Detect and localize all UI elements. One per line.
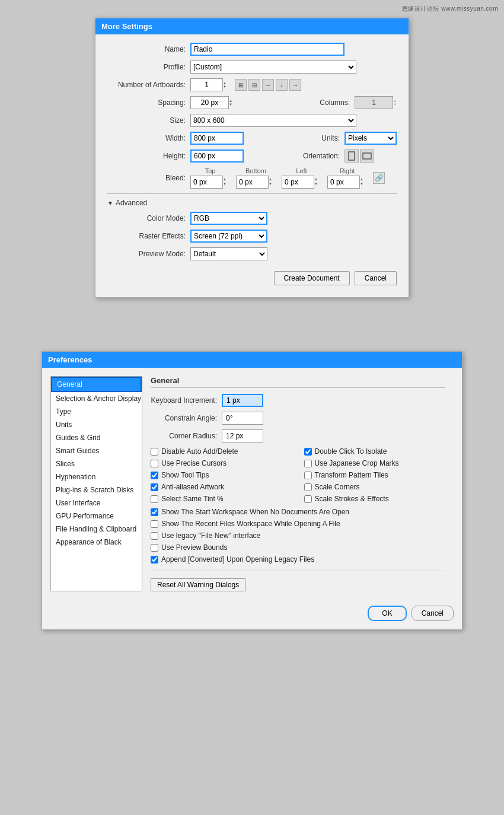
orientation-portrait-btn[interactable] xyxy=(344,149,359,163)
ok-button[interactable]: OK xyxy=(368,606,406,621)
scale-corners-checkbox[interactable] xyxy=(304,483,312,491)
sidebar-item-type[interactable]: Type xyxy=(51,405,142,418)
corner-radius-label: Corner Radius: xyxy=(151,432,222,440)
use-precise-cursors-checkbox[interactable] xyxy=(151,460,158,467)
artboard-grid-icon[interactable]: ⊞ xyxy=(235,79,247,91)
size-select[interactable]: 800 x 600 1920 x 1080 xyxy=(190,114,356,127)
sidebar-item-slices[interactable]: Slices xyxy=(51,457,142,470)
orientation-landscape-btn[interactable] xyxy=(360,149,374,163)
bleed-right-input[interactable] xyxy=(327,176,360,189)
prefs-checkbox-columns: Disable Auto Add/Delete Use Precise Curs… xyxy=(151,447,445,503)
scale-strokes-checkbox[interactable] xyxy=(304,495,312,503)
bleed-row: Bleed: Top ▲▼ Bottom ▲▼ xyxy=(107,167,397,189)
artboards-down-arrow[interactable]: ▼ xyxy=(223,85,230,88)
preview-mode-row: Preview Mode: Default Pixel Overprint xyxy=(107,247,397,260)
units-select[interactable]: Pixels Inches Millimeters Points xyxy=(344,132,397,145)
artboard-row-icon[interactable]: ⊟ xyxy=(248,79,260,91)
bleed-top-up[interactable]: ▲ xyxy=(223,177,230,181)
color-mode-row: Color Mode: RGB CMYK xyxy=(107,212,397,225)
sidebar-item-units[interactable]: Units xyxy=(51,418,142,431)
append-converted-checkbox[interactable] xyxy=(151,556,158,564)
sidebar-item-gpu[interactable]: GPU Performance xyxy=(51,510,142,523)
bleed-left-label: Left xyxy=(296,167,307,174)
profile-select[interactable]: [Custom] xyxy=(190,61,356,74)
corner-radius-input[interactable] xyxy=(222,429,263,442)
sidebar-item-file-handling[interactable]: File Handling & Clipboard xyxy=(51,523,142,536)
bleed-bottom-label: Bottom xyxy=(245,167,266,174)
sidebar-item-smart-guides[interactable]: Smart Guides xyxy=(51,444,142,457)
advanced-header: ▼ Advanced xyxy=(107,199,397,207)
show-recent-files-label: Show The Recent Files Workspace While Op… xyxy=(161,520,340,528)
show-tool-tips-checkbox[interactable] xyxy=(151,472,158,479)
size-row: Size: 800 x 600 1920 x 1080 xyxy=(107,114,397,127)
advanced-label: Advanced xyxy=(116,199,147,207)
constrain-angle-input[interactable] xyxy=(222,412,263,425)
show-tool-tips-label: Show Tool Tips xyxy=(161,471,209,479)
height-input[interactable] xyxy=(190,149,244,163)
use-legacy-file-new-checkbox[interactable] xyxy=(151,532,158,540)
bleed-left-up[interactable]: ▲ xyxy=(314,177,321,181)
bleed-bottom-group: Bottom ▲▼ xyxy=(236,167,276,189)
raster-effects-select[interactable]: Screen (72 ppi) Medium (150 ppi) High (3… xyxy=(190,230,267,243)
preferences-title-bar: Preferences xyxy=(42,352,462,368)
sidebar-item-general[interactable]: General xyxy=(51,377,142,392)
artboard-down-icon[interactable]: ↓ xyxy=(276,79,288,91)
checkbox-disable-auto-add: Disable Auto Add/Delete xyxy=(151,447,292,456)
checkbox-col-left: Disable Auto Add/Delete Use Precise Curs… xyxy=(151,447,292,503)
double-click-isolate-checkbox[interactable] xyxy=(304,448,312,456)
use-legacy-file-new-label: Use legacy "File New" interface xyxy=(161,531,260,540)
reset-warning-dialogs-button[interactable]: Reset All Warning Dialogs xyxy=(151,578,245,591)
bleed-top-input[interactable] xyxy=(190,176,223,189)
columns-spinner-arrows: ▲ ▼ xyxy=(393,99,400,106)
select-same-tint-checkbox[interactable] xyxy=(151,495,158,503)
checkbox-double-click-isolate: Double Click To Isolate xyxy=(304,447,446,456)
sidebar-item-appearance-black[interactable]: Appearance of Black xyxy=(51,536,142,549)
artboard-right-icon[interactable]: → xyxy=(262,79,274,91)
spacing-spinner-arrows: ▲ ▼ xyxy=(229,99,236,106)
artboards-label: Number of Artboards: xyxy=(107,81,190,89)
constrain-angle-row: Constrain Angle: xyxy=(151,412,445,425)
double-click-isolate-label: Double Click To Isolate xyxy=(315,447,387,456)
keyboard-increment-input[interactable] xyxy=(222,394,263,407)
bleed-right-up[interactable]: ▲ xyxy=(360,177,367,181)
artboards-spinner-arrows: ▲ ▼ xyxy=(223,81,230,88)
bleed-top-down[interactable]: ▼ xyxy=(223,182,230,186)
checkbox-anti-aliased: Anti-aliased Artwork xyxy=(151,483,292,491)
use-preview-bounds-checkbox[interactable] xyxy=(151,544,158,552)
sidebar-item-plugins[interactable]: Plug-ins & Scratch Disks xyxy=(51,483,142,496)
spacing-input[interactable] xyxy=(190,96,229,109)
sidebar-item-guides-grid[interactable]: Guides & Grid xyxy=(51,431,142,444)
width-input[interactable] xyxy=(190,132,244,145)
sidebar-item-selection-anchor[interactable]: Selection & Anchor Display xyxy=(51,392,142,405)
japanese-crop-marks-checkbox[interactable] xyxy=(304,460,312,467)
sidebar-item-user-interface[interactable]: User Interface xyxy=(51,496,142,510)
name-input[interactable] xyxy=(190,43,344,56)
sidebar-item-hyphenation[interactable]: Hyphenation xyxy=(51,470,142,483)
profile-label: Profile: xyxy=(107,63,190,71)
bleed-right-down[interactable]: ▼ xyxy=(360,182,367,186)
spacing-down-arrow[interactable]: ▼ xyxy=(229,103,236,106)
bleed-left-down[interactable]: ▼ xyxy=(314,182,321,186)
preview-mode-select[interactable]: Default Pixel Overprint xyxy=(190,247,267,260)
checkbox-transform-pattern: Transform Pattern Tiles xyxy=(304,471,446,479)
prefs-cancel-button[interactable]: Cancel xyxy=(412,606,454,621)
artboard-arrange-icon[interactable]: → xyxy=(289,79,301,91)
profile-row: Profile: [Custom] xyxy=(107,61,397,74)
create-document-button[interactable]: Create Document xyxy=(274,271,350,285)
more-settings-cancel-button[interactable]: Cancel xyxy=(355,271,397,285)
bleed-bottom-up[interactable]: ▲ xyxy=(269,177,276,181)
artboards-input[interactable] xyxy=(190,78,223,91)
show-start-workspace-checkbox[interactable] xyxy=(151,508,158,516)
bleed-bottom-down[interactable]: ▼ xyxy=(269,182,276,186)
transform-pattern-checkbox[interactable] xyxy=(304,472,312,479)
bleed-left-input[interactable] xyxy=(282,176,314,189)
disable-auto-add-label: Disable Auto Add/Delete xyxy=(161,447,238,456)
anti-aliased-checkbox[interactable] xyxy=(151,483,158,491)
color-mode-select[interactable]: RGB CMYK xyxy=(190,212,267,225)
bleed-bottom-input[interactable] xyxy=(236,176,269,189)
show-recent-files-checkbox[interactable] xyxy=(151,520,158,528)
bleed-link-icon[interactable]: 🔗 xyxy=(373,172,385,184)
spacing-row: Spacing: ▲ ▼ Columns: ▲ ▼ xyxy=(107,96,397,109)
show-start-workspace-label: Show The Start Workspace When No Documen… xyxy=(161,508,349,516)
disable-auto-add-checkbox[interactable] xyxy=(151,448,158,456)
